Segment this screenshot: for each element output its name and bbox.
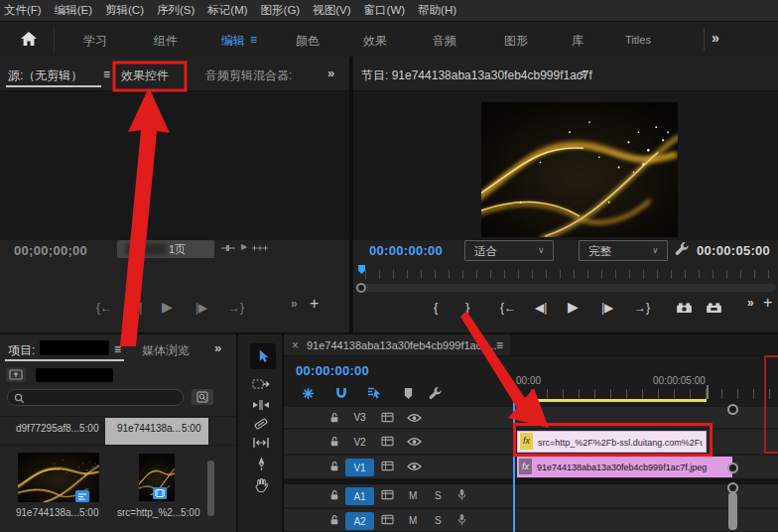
project-search-input[interactable] (7, 389, 184, 406)
a2-lock-icon[interactable] (329, 514, 339, 526)
clip-v2[interactable]: fx src=http_%2F%2Fb-ssl.duitang.com%2Fu (517, 431, 707, 453)
source-go-to-in-button[interactable]: {← (96, 302, 112, 314)
snap-magnet-icon[interactable] (334, 386, 348, 400)
project-find-button[interactable] (192, 389, 213, 405)
program-compare-frame-icon[interactable] (706, 302, 722, 314)
add-marker-icon[interactable] (403, 387, 414, 400)
project-item-1-name[interactable]: d9f77295af8... (16, 423, 79, 434)
timeline-playhead[interactable] (513, 389, 515, 532)
program-zoom-select[interactable]: 适合 ∨ (464, 240, 554, 261)
a2-sync-lock-icon[interactable] (381, 514, 394, 525)
workspace-overflow-icon[interactable]: » (712, 30, 719, 46)
program-export-frame-icon[interactable] (676, 302, 693, 314)
a1-solo-button[interactable]: S (435, 490, 442, 501)
program-panel-title[interactable]: 节目: 91e744138aba13a30feb4cb999f1ac7f (361, 67, 592, 84)
program-mark-in-button[interactable]: { (434, 301, 438, 314)
timeline-tab-title[interactable]: 91e744138aba13a30feb4cb999f1ac7... (307, 339, 496, 351)
tab-libraries[interactable]: 库 (572, 33, 584, 50)
v1-track-label[interactable]: V1 (345, 459, 374, 476)
a1-sync-lock-icon[interactable] (381, 489, 394, 500)
a1-mute-button[interactable]: M (409, 490, 417, 501)
track-select-tool-icon[interactable] (252, 378, 270, 390)
home-icon[interactable] (20, 31, 38, 47)
project-item-2-selected-bg[interactable]: 91e744138a... 5:00 (105, 418, 208, 445)
menu-graphics[interactable]: 图形(G) (261, 3, 301, 18)
tab-learn[interactable]: 学习 (83, 33, 107, 50)
program-transport-overflow-icon[interactable]: » (747, 297, 754, 309)
tab-audio-clip-mixer[interactable]: 音频剪辑混合器: (205, 67, 292, 84)
source-settings-strip-icon[interactable] (252, 244, 268, 252)
v2-eye-icon[interactable] (407, 437, 422, 447)
program-panel-menu-icon[interactable]: ≡ (580, 67, 586, 81)
program-current-timecode[interactable]: 00:00:00:00 (369, 243, 443, 258)
timeline-panel-menu-icon[interactable]: ≡ (496, 338, 503, 352)
source-step-back-button[interactable]: ◀| (130, 302, 142, 314)
program-mark-out-button[interactable]: } (465, 301, 469, 314)
menu-window[interactable]: 窗口(W) (364, 3, 406, 18)
tab-color[interactable]: 颜色 (296, 33, 320, 50)
program-quality-select[interactable]: 完整 ∨ (579, 240, 668, 261)
source-add-button[interactable]: + (310, 296, 319, 312)
a2-solo-button[interactable]: S (435, 515, 442, 526)
menu-sequence[interactable]: 序列(S) (157, 3, 194, 18)
timeline-vscroll-handle-top[interactable] (727, 463, 738, 473)
v2-track-label[interactable]: V2 (345, 434, 374, 451)
source-step-forward-button[interactable]: |▶ (195, 302, 207, 314)
program-play-button[interactable]: ▶ (568, 300, 579, 314)
tab-titles[interactable]: Titles (625, 34, 651, 46)
menu-edit[interactable]: 编辑(E) (55, 3, 92, 18)
program-settings-wrench-icon[interactable] (675, 241, 690, 256)
timeline-vscrollbar[interactable] (728, 492, 737, 530)
clip-v1[interactable]: fx 91e744138aba13a30feb4cb999f1ac7f.jpeg (517, 457, 732, 477)
timeline-settings-wrench-icon[interactable] (429, 386, 443, 400)
program-add-button[interactable]: + (763, 295, 772, 311)
menu-file[interactable]: 文件(F) (4, 3, 42, 18)
v1-eye-icon[interactable] (407, 462, 422, 471)
v2-lock-icon[interactable] (329, 436, 339, 448)
a1-track-label[interactable]: A1 (345, 487, 374, 505)
menu-help[interactable]: 帮助(H) (418, 3, 456, 18)
menu-clip[interactable]: 剪辑(C) (105, 3, 144, 18)
a2-mute-button[interactable]: M (409, 515, 417, 526)
source-play-small-icon[interactable]: ▶ (241, 242, 247, 251)
v3-eye-icon[interactable] (407, 413, 422, 423)
tab-graphics[interactable]: 图形 (504, 33, 528, 50)
timeline-ruler[interactable] (515, 389, 778, 399)
v2-sync-lock-icon[interactable] (381, 436, 394, 447)
tab-editing-menu-icon[interactable]: ≡ (250, 33, 257, 47)
project-scrollbar[interactable] (207, 461, 214, 516)
tab-source-monitor[interactable]: 源:（无剪辑） (8, 67, 82, 84)
timeline-hscroll-handle[interactable] (727, 404, 738, 415)
project-panel-menu-icon[interactable]: ≡ (114, 342, 121, 356)
v3-track-label[interactable]: V3 (345, 409, 374, 426)
timeline-tab-close-icon[interactable]: × (292, 338, 299, 352)
menu-view[interactable]: 视图(V) (313, 3, 350, 18)
source-panel-menu-icon[interactable]: ≡ (103, 67, 110, 81)
v1-sync-lock-icon[interactable] (381, 461, 394, 471)
clip-v2-fx-badge[interactable]: fx (520, 433, 533, 450)
v3-lock-icon[interactable] (329, 412, 339, 424)
tab-editing[interactable]: 编辑 (221, 33, 245, 50)
pen-tool-icon[interactable] (256, 456, 267, 471)
razor-tool-icon[interactable] (254, 417, 268, 431)
tab-effects[interactable]: 效果 (363, 33, 387, 50)
program-scrollbar[interactable] (355, 284, 776, 292)
source-play-button[interactable]: ▶ (162, 300, 173, 314)
source-zoom-slider-icon[interactable] (220, 244, 236, 252)
tab-project[interactable]: 项目: (8, 342, 35, 359)
program-ruler[interactable] (365, 270, 774, 279)
program-step-back-button[interactable]: ◀| (535, 302, 547, 314)
program-step-forward-button[interactable]: |▶ (601, 302, 613, 314)
linked-selection-icon[interactable] (366, 386, 382, 400)
menu-markers[interactable]: 标记(M) (207, 3, 247, 18)
hand-tool-icon[interactable] (254, 477, 268, 492)
source-go-to-out-button[interactable]: →} (228, 302, 244, 314)
a2-track-label[interactable]: A2 (345, 512, 374, 530)
project-tabs-overflow-icon[interactable]: » (214, 340, 221, 355)
a1-lock-icon[interactable] (329, 489, 339, 501)
clip-v1-fx-badge[interactable]: fx (519, 459, 532, 474)
project-item-3-name[interactable]: 91e744138a... (16, 507, 79, 518)
project-nav-up-button[interactable] (6, 367, 26, 382)
tab-assembly[interactable]: 组件 (154, 33, 178, 50)
tab-media-browser[interactable]: 媒体浏览 (142, 342, 190, 359)
